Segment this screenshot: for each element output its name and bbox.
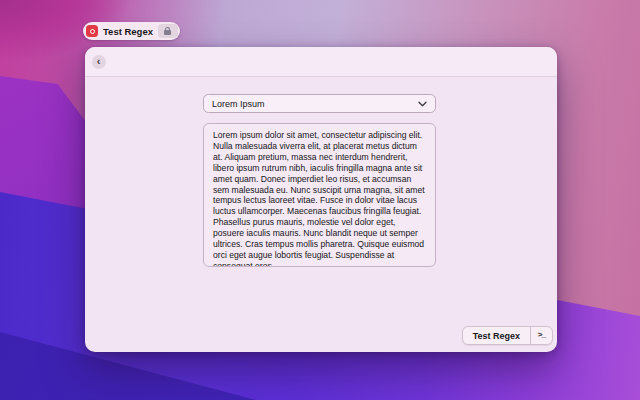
- footer-button-group: Test Regex >_: [462, 326, 553, 345]
- terminal-button[interactable]: >_: [531, 327, 552, 344]
- shortcut-tab[interactable]: Test Regex: [83, 22, 180, 40]
- record-dot-icon: [86, 25, 98, 37]
- lock-button[interactable]: [158, 24, 178, 38]
- chevron-down-icon: [418, 101, 427, 107]
- test-text-input[interactable]: Lorem ipsum dolor sit amet, consectetur …: [203, 123, 436, 267]
- dropdown-selected-value: Lorem Ipsum: [212, 99, 418, 109]
- back-button[interactable]: ‹: [92, 55, 106, 69]
- desktop: Test Regex ‹ Lorem Ipsum Lorem ipsum dol…: [0, 0, 640, 400]
- shortcut-tab-label: Test Regex: [103, 26, 153, 37]
- sample-text-dropdown[interactable]: Lorem Ipsum: [203, 94, 436, 113]
- test-regex-button[interactable]: Test Regex: [463, 327, 530, 344]
- window-header: ‹: [85, 47, 557, 77]
- app-window: ‹ Lorem Ipsum Lorem ipsum dolor sit amet…: [85, 47, 557, 352]
